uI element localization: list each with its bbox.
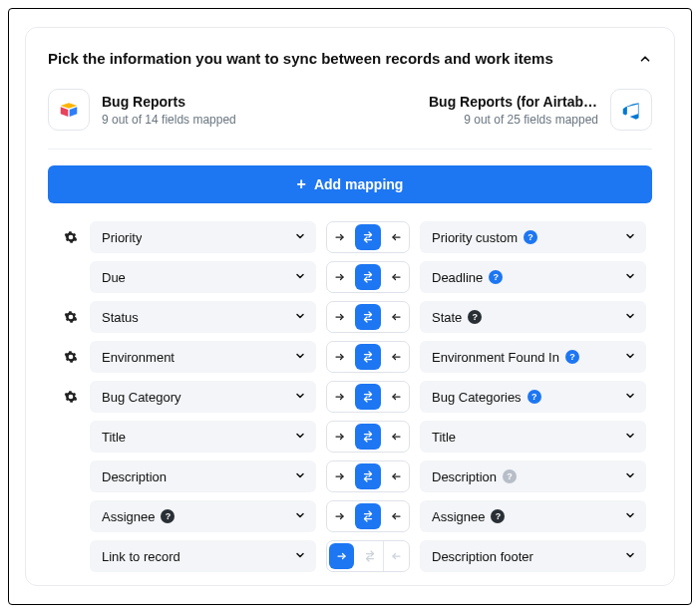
mapping-row: EnvironmentEnvironment Found In?	[62, 341, 646, 373]
mapping-settings-button[interactable]	[62, 350, 80, 364]
info-badge-icon: ?	[503, 469, 517, 483]
left-field-label: Status	[102, 310, 139, 325]
chevron-down-icon	[624, 270, 636, 285]
direction-right-icon[interactable]	[327, 262, 353, 292]
left-field-select[interactable]: Title	[90, 421, 316, 453]
chevron-down-icon	[624, 390, 636, 405]
direction-right-icon[interactable]	[327, 501, 353, 531]
right-field-select[interactable]: Bug Categories?	[420, 381, 646, 413]
right-field-select[interactable]: Assignee?	[420, 500, 646, 532]
left-field-label: Bug Category	[102, 390, 181, 405]
direction-left-icon[interactable]	[383, 302, 409, 332]
left-field-label: Due	[102, 270, 126, 285]
direction-right-icon[interactable]	[329, 543, 354, 569]
mapping-row: Link to recordDescription footer	[62, 540, 646, 572]
left-field-select[interactable]: Bug Category	[90, 381, 316, 413]
right-field-select[interactable]: Priority custom?	[420, 221, 646, 253]
left-field-select[interactable]: Priority	[90, 221, 316, 253]
chevron-down-icon	[294, 230, 306, 245]
mapping-settings-button[interactable]	[62, 310, 80, 324]
right-field-select[interactable]: Deadline?	[420, 261, 646, 293]
plus-icon: +	[297, 176, 306, 192]
direction-both-icon[interactable]	[355, 384, 380, 410]
right-field-label: Deadline	[432, 270, 483, 285]
right-field-label: Title	[432, 430, 456, 445]
right-field-select[interactable]: Description?	[420, 460, 646, 492]
right-field-select[interactable]: Description footer	[420, 540, 646, 572]
direction-both-icon[interactable]	[355, 424, 380, 450]
direction-both-icon[interactable]	[355, 304, 380, 330]
left-field-label: Environment	[102, 350, 175, 365]
right-field-select[interactable]: Environment Found In?	[420, 341, 646, 373]
mapping-row: PriorityPriority custom?	[62, 221, 646, 253]
direction-left-icon[interactable]	[383, 461, 409, 491]
svg-marker-1	[61, 107, 69, 117]
mapping-settings-button[interactable]	[62, 230, 80, 244]
direction-right-icon[interactable]	[327, 461, 353, 491]
direction-both-icon[interactable]	[355, 224, 380, 250]
direction-left-icon[interactable]	[383, 422, 409, 452]
direction-right-icon[interactable]	[327, 382, 353, 412]
collapse-icon[interactable]	[638, 52, 652, 66]
direction-left-icon[interactable]	[383, 541, 409, 571]
info-badge-icon: ?	[565, 350, 579, 364]
chevron-down-icon	[294, 310, 306, 325]
left-field-select[interactable]: Due	[90, 261, 316, 293]
left-field-select[interactable]: Status	[90, 301, 316, 333]
sync-direction-toggle[interactable]	[326, 301, 410, 333]
mapping-settings-button[interactable]	[62, 390, 80, 404]
right-field-label: Description	[432, 469, 497, 484]
mapping-row: StatusState?	[62, 301, 646, 333]
direction-right-icon[interactable]	[327, 422, 353, 452]
chevron-down-icon	[624, 509, 636, 524]
direction-right-icon[interactable]	[327, 342, 353, 372]
direction-both-icon[interactable]	[355, 264, 380, 290]
left-field-label: Link to record	[102, 549, 180, 564]
left-field-label: Assignee	[102, 509, 155, 524]
direction-both-icon[interactable]	[355, 463, 380, 489]
sync-direction-toggle[interactable]	[326, 421, 410, 453]
info-badge-icon: ?	[524, 230, 537, 244]
left-field-select[interactable]: Description	[90, 460, 316, 492]
right-field-select[interactable]: State?	[420, 301, 646, 333]
mapping-row: TitleTitle	[62, 421, 646, 453]
svg-marker-2	[70, 107, 78, 117]
chevron-down-icon	[294, 430, 306, 445]
right-field-select[interactable]: Title	[420, 421, 646, 453]
direction-left-icon[interactable]	[383, 382, 409, 412]
right-field-label: Assignee	[432, 509, 485, 524]
chevron-down-icon	[294, 509, 306, 524]
direction-left-icon[interactable]	[383, 262, 409, 292]
direction-both-icon[interactable]	[356, 541, 382, 571]
left-field-select[interactable]: Link to record	[90, 540, 316, 572]
direction-right-icon[interactable]	[327, 222, 353, 252]
left-field-label: Title	[102, 430, 126, 445]
sync-direction-toggle[interactable]	[326, 500, 410, 532]
direction-both-icon[interactable]	[355, 503, 380, 529]
sync-direction-toggle[interactable]	[326, 460, 410, 492]
direction-right-icon[interactable]	[327, 302, 353, 332]
left-field-label: Priority	[102, 230, 142, 245]
airtable-icon	[48, 89, 90, 131]
direction-both-icon[interactable]	[355, 344, 380, 370]
direction-left-icon[interactable]	[383, 501, 409, 531]
sync-direction-toggle[interactable]	[326, 221, 410, 253]
sync-direction-toggle[interactable]	[326, 341, 410, 373]
left-field-select[interactable]: Assignee?	[90, 500, 316, 532]
info-badge-icon: ?	[489, 270, 503, 284]
mapping-row: DescriptionDescription?	[62, 460, 646, 492]
mapping-row: Assignee?Assignee?	[62, 500, 646, 532]
right-field-label: Bug Categories	[432, 390, 522, 405]
left-field-select[interactable]: Environment	[90, 341, 316, 373]
divider	[48, 149, 652, 150]
sync-direction-toggle[interactable]	[326, 540, 410, 572]
direction-left-icon[interactable]	[383, 222, 409, 252]
info-badge-icon: ?	[468, 310, 482, 324]
sync-direction-toggle[interactable]	[326, 381, 410, 413]
direction-left-icon[interactable]	[383, 342, 409, 372]
right-field-label: Description footer	[432, 549, 533, 564]
add-mapping-button[interactable]: + Add mapping	[48, 165, 652, 203]
left-source: Bug Reports 9 out of 14 fields mapped	[48, 89, 236, 131]
sync-direction-toggle[interactable]	[326, 261, 410, 293]
info-badge-icon: ?	[491, 509, 505, 523]
